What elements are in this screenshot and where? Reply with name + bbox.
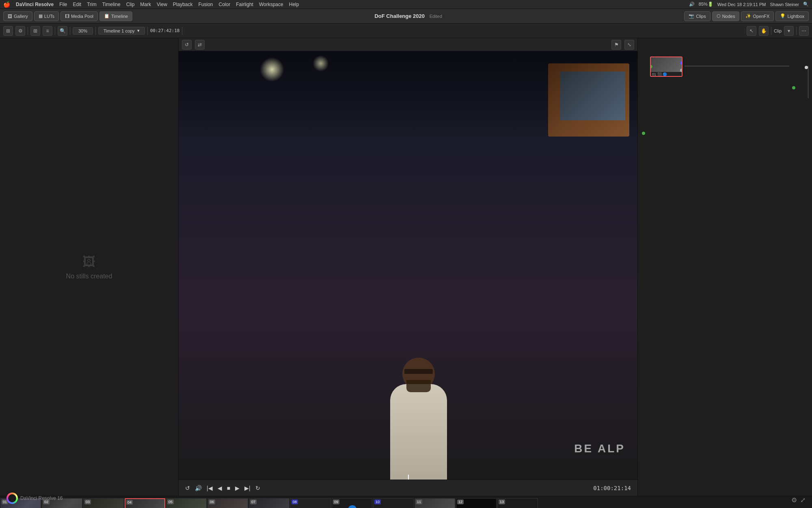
fullscreen-icon[interactable]: ⤢ [800,496,806,504]
clip-label: Clip [774,28,782,33]
tools-btn[interactable]: ⚙ [15,26,25,36]
cursor-tool[interactable]: ↖ [747,26,756,36]
timeline-icon: 📋 [104,13,110,19]
viewer-panel: ↺ ⇄ ⚑ ⤡ [179,38,637,496]
timeline-button[interactable]: 📋 Timeline [99,11,132,21]
clip-item-06[interactable]: 06 00:32:34:03 ⚙H.264 [207,498,248,508]
timecode-display: 01:00:21:14 [593,485,631,491]
skip-forward-btn[interactable]: ▶| [244,485,251,491]
clips-icon: 📷 [689,13,694,19]
clip-item-03[interactable]: 03 00:27:36:21 ⚙H.264 [83,498,124,508]
menu-mark[interactable]: Mark [140,2,151,7]
media-pool-icon: 🎞 [65,14,69,19]
video-overlay-text: BE ALP [574,442,625,455]
clip-item-11[interactable]: 11 00:36:08:09 ⚙H.264 [415,498,455,508]
loop-btn[interactable]: ↺ [185,485,190,491]
node-label: 01 ⬛ 🔵 [651,72,682,77]
davinci-logo-area: DaVinci Resolve 16 [6,493,63,504]
project-title: DoF Challenge 2020 Edited [134,13,682,19]
nodes-panel: 01 ⬛ 🔵 [637,38,812,496]
menu-playback[interactable]: Playback [173,2,193,7]
luts-icon: ▦ [39,13,43,19]
secondary-toolbar: ⊞ ⚙ ⊞ ≡ 🔍 30% Timeline 1 copy ▾ 00:27:42… [0,24,812,38]
timeline-copy-display[interactable]: Timeline 1 copy ▾ [98,27,145,35]
settings-area: ⚙ ⤢ [791,496,806,504]
stills-btn[interactable]: ⊞ [3,26,13,36]
node-01[interactable]: 01 ⬛ 🔵 [650,56,682,77]
luts-button[interactable]: ▦ LUTs [34,11,59,21]
viewer-match-btn[interactable]: ⇄ [195,40,205,50]
gallery-empty-icon: 🖼 [82,254,95,269]
clip-item-05[interactable]: 05 00:27:57:03 ⚙H.264 [166,498,207,508]
menu-trim[interactable]: Trim [87,2,97,7]
loop-segment-btn[interactable]: ↻ [255,485,260,491]
nodes-icon: ⬡ [717,13,721,19]
skip-back-btn[interactable]: |◀ [207,485,213,491]
menu-fairlight[interactable]: Fairlight [236,2,253,7]
menu-color[interactable]: Color [219,2,231,7]
menu-timeline[interactable]: Timeline [102,2,121,7]
menu-fusion[interactable]: Fusion [199,2,213,7]
menu-edit[interactable]: Edit [73,2,82,7]
lightbox-icon: 💡 [780,13,786,19]
gallery-empty-text: No stills created [66,273,112,280]
gallery-panel: 🖼 No stills created [0,38,179,496]
menu-help[interactable]: Help [289,2,299,7]
lightbox-button[interactable]: 💡 Lightbox [775,11,809,21]
menu-workspace[interactable]: Workspace [259,2,283,7]
video-frame: BE ALP [179,51,637,480]
grid-btn[interactable]: ⊞ [30,26,40,36]
clip-item-08[interactable]: 08 00:00:00:00 V3 [290,498,331,508]
clip-item-04[interactable]: 04 00:27:40:06 ⚙H.264 [125,498,165,508]
viewer-toolbar: ↺ ⇄ ⚑ ⤡ [179,38,637,51]
list-btn[interactable]: ≡ [43,26,52,36]
menu-bar: 🍎 DaVinci Resolve File Edit Trim Timelin… [0,0,812,9]
openfx-button[interactable]: ✨ OpenFX [741,11,774,21]
main-area: 🖼 No stills created ↺ ⇄ ⚑ ⤡ [0,38,812,496]
davinci-version-label: DaVinci Resolve 16 [20,495,63,501]
stop-btn[interactable]: ■ [227,485,230,491]
clip-strip: 01 00:17:06:06 ⚙H.264 02 00:17:16:03 ⚙H.… [0,496,812,508]
app-name: DaVinci Resolve [16,2,54,7]
openfx-icon: ✨ [745,13,751,19]
nodes-button[interactable]: ⬡ Nodes [712,11,740,21]
viewer-controls: ↺ 🔊 |◀ ◀ ■ ▶ ▶| ↻ 01:00:21:14 [179,480,637,496]
system-status: 🔊 85%🔋 Wed Dec 18 2:19:11 PM Shawn Stein… [689,2,809,7]
clip-item-12[interactable]: 12 00:00:00:00 🌲PNG [456,498,497,508]
settings-icon[interactable]: ⚙ [791,496,797,504]
top-toolbar: 🖼 Gallery ▦ LUTs 🎞 Media Pool 📋 Timeline… [0,9,812,24]
viewer-sync-btn[interactable]: ↺ [182,40,192,50]
secondary-timecode[interactable]: 00:27:42:18 [150,28,180,33]
search-btn[interactable]: 🔍 [58,26,67,36]
clip-item-13[interactable]: 📷 13 00:00:00:00 🌲PNG [497,498,538,508]
clips-button[interactable]: 📷 Clips [684,11,710,21]
zoom-display[interactable]: 30% [73,27,93,35]
viewer-flag-btn[interactable]: ⚑ [611,40,621,50]
menu-view[interactable]: View [157,2,167,7]
clip-dropdown[interactable]: ▾ [784,26,794,36]
more-options[interactable]: ⋯ [799,26,809,36]
clip-item-09[interactable]: 👤 09 00:00:00:00 🌲PNG [332,498,372,508]
viewer-transform-btn[interactable]: ⤡ [624,40,634,50]
play-btn[interactable]: ▶ [235,485,240,491]
gallery-icon: 🖼 [8,14,12,19]
audio-btn[interactable]: 🔊 [195,485,202,491]
menu-file[interactable]: File [59,2,67,7]
person-icon: 👤 [345,505,360,508]
clip-item-10[interactable]: 10 00:00:03:08 V3 [373,498,414,508]
toolbar-right: 📷 Clips ⬡ Nodes ✨ OpenFX 💡 Lightbox [684,11,809,21]
hand-tool[interactable]: ✋ [759,26,769,36]
media-pool-button[interactable]: 🎞 Media Pool [60,11,98,21]
prev-frame-btn[interactable]: ◀ [218,485,222,491]
clip-item-07[interactable]: 07 00:34:56:01 ⚙H.264 [249,498,289,508]
dropdown-icon: ▾ [137,28,140,33]
apple-logo: 🍎 [3,1,10,8]
menu-clip[interactable]: Clip [126,2,135,7]
camera-icon: 📷 [512,506,524,508]
gallery-button[interactable]: 🖼 Gallery [3,11,32,21]
